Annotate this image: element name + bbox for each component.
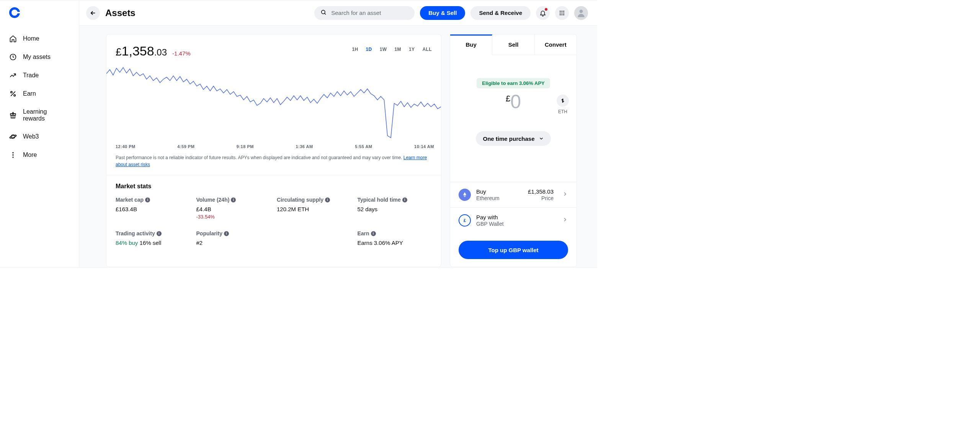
svg-point-13: [563, 11, 564, 12]
sidebar-item-learning-rewards[interactable]: Learning rewards: [0, 103, 79, 127]
svg-point-18: [562, 14, 563, 15]
stat-label: Market cap: [116, 197, 144, 203]
buy-row-sub: Ethereum: [476, 195, 523, 201]
chart-x-axis: 12:40 PM 4:59 PM 9:18 PM 1:36 AM 5:55 AM…: [106, 141, 441, 154]
x-axis-label: 1:36 AM: [296, 144, 313, 149]
price-decimal: .03: [154, 47, 167, 58]
stat-hold-time: Typical hold timei 52 days: [358, 197, 432, 220]
amount-display[interactable]: £ 0 ETH: [459, 92, 568, 111]
swap-asset-button[interactable]: [557, 95, 569, 107]
sidebar-item-more[interactable]: More: [0, 146, 79, 164]
stat-label: Volume (24h): [196, 197, 230, 203]
price-change: -1.47%: [172, 50, 191, 57]
percent-icon: [9, 90, 17, 98]
svg-point-19: [563, 14, 564, 15]
send-receive-button[interactable]: Send & Receive: [470, 6, 531, 20]
sidebar-item-trade[interactable]: Trade: [0, 66, 79, 85]
buy-sell-button[interactable]: Buy & Sell: [420, 6, 465, 20]
notifications-button[interactable]: [536, 6, 550, 20]
stat-value: £163.4B: [116, 206, 190, 212]
stat-earn: Earni Earns 3.06% APY: [358, 230, 432, 246]
stats-title: Market stats: [116, 183, 432, 190]
range-1h[interactable]: 1H: [352, 47, 358, 52]
stat-value: #2: [196, 240, 271, 246]
search-icon: [320, 9, 327, 17]
apps-grid-icon: [559, 10, 565, 16]
coinbase-logo-icon: [9, 7, 20, 18]
page-title: Assets: [105, 8, 309, 18]
svg-point-1: [11, 91, 12, 93]
eth-icon: [459, 189, 471, 201]
svg-point-9: [12, 157, 13, 158]
tab-buy[interactable]: Buy: [450, 34, 492, 55]
trend-up-icon: [9, 72, 17, 79]
svg-point-17: [560, 14, 561, 15]
topbar: Assets Buy & Sell Send & Receive: [79, 0, 597, 26]
back-button[interactable]: [86, 6, 100, 20]
market-stats: Market stats Market capi £163.4B Volume …: [106, 175, 441, 254]
frequency-button[interactable]: One time purchase: [476, 131, 550, 146]
info-icon[interactable]: i: [371, 231, 376, 236]
more-vertical-icon: [9, 151, 17, 159]
info-icon[interactable]: i: [157, 231, 162, 236]
clock-icon: [9, 53, 17, 61]
info-icon[interactable]: i: [325, 197, 330, 202]
info-icon[interactable]: i: [231, 197, 236, 202]
stat-value: 52 days: [358, 206, 432, 212]
sidebar-item-label: My assets: [23, 54, 51, 60]
pay-row-title: Pay with: [476, 214, 554, 220]
asset-price: £ 1,358 .03: [116, 44, 167, 59]
gbp-icon: £: [459, 214, 471, 227]
chevron-right-icon: [562, 191, 568, 199]
stat-popularity: Popularityi #2: [196, 230, 271, 246]
avatar[interactable]: [574, 6, 588, 20]
svg-point-15: [562, 12, 563, 13]
range-1w[interactable]: 1W: [380, 47, 387, 52]
price-chart[interactable]: [106, 59, 441, 141]
svg-point-10: [322, 10, 325, 13]
buy-asset-row[interactable]: Buy Ethereum £1,358.03 Price: [450, 182, 577, 208]
buy-row-price-label: Price: [528, 195, 554, 201]
sidebar-item-my-assets[interactable]: My assets: [0, 48, 79, 66]
info-icon[interactable]: i: [224, 231, 229, 236]
frequency-label: One time purchase: [483, 135, 534, 142]
swap-icon: [560, 98, 566, 104]
sidebar-item-label: More: [23, 152, 37, 158]
pay-with-row[interactable]: £ Pay with GBP Wallet: [450, 208, 577, 233]
sidebar-item-earn[interactable]: Earn: [0, 85, 79, 103]
planet-icon: [9, 133, 17, 140]
sidebar-item-label: Earn: [23, 90, 36, 97]
chevron-right-icon: [562, 217, 568, 224]
x-axis-label: 12:40 PM: [116, 144, 136, 149]
price-currency: £: [116, 46, 122, 58]
tab-convert[interactable]: Convert: [535, 34, 577, 55]
x-axis-label: 5:55 AM: [355, 144, 372, 149]
amount-currency: £: [506, 94, 510, 104]
search-input[interactable]: [314, 6, 415, 20]
range-1y[interactable]: 1Y: [409, 47, 415, 52]
range-all[interactable]: ALL: [422, 47, 432, 52]
info-icon[interactable]: i: [145, 197, 150, 202]
svg-point-12: [562, 11, 563, 12]
stat-label: Typical hold time: [358, 197, 401, 203]
tab-sell[interactable]: Sell: [492, 34, 534, 55]
sidebar-item-web3[interactable]: Web3: [0, 127, 79, 146]
stat-label: Trading activity: [116, 230, 155, 236]
sidebar-item-home[interactable]: Home: [0, 29, 79, 48]
range-1d[interactable]: 1D: [366, 47, 372, 52]
stat-volume-change: -33.54%: [196, 214, 271, 220]
brand-logo[interactable]: [0, 7, 79, 20]
info-icon[interactable]: i: [402, 197, 407, 202]
apps-button[interactable]: [555, 6, 569, 20]
pay-row-sub: GBP Wallet: [476, 221, 554, 227]
buy-row-title: Buy: [476, 188, 523, 195]
x-axis-label: 10:14 AM: [414, 144, 434, 149]
search-wrap: [314, 6, 415, 20]
sidebar-item-label: Web3: [23, 133, 39, 140]
x-axis-label: 4:59 PM: [177, 144, 194, 149]
swap-asset-label: ETH: [558, 109, 567, 114]
svg-point-14: [560, 12, 561, 13]
svg-point-6: [10, 135, 17, 139]
range-1m[interactable]: 1M: [395, 47, 401, 52]
top-up-button[interactable]: Top up GBP wallet: [459, 241, 568, 259]
